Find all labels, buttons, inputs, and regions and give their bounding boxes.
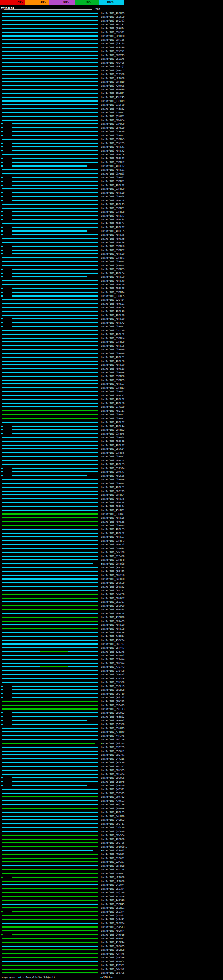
hit-bar[interactable] <box>2 527 100 531</box>
hit-bar[interactable] <box>2 99 100 103</box>
hit-label[interactable]: UniRef100_C3RNF1 <box>101 207 124 210</box>
hit-label[interactable]: UniRef100_Q9N577 <box>101 471 124 474</box>
hit-label[interactable]: UniRef100_Q6CCB0 <box>101 761 124 764</box>
hit-bar[interactable] <box>2 88 100 91</box>
hit-label[interactable]: UniRef100_A2QD36 <box>101 838 124 841</box>
hit-bar[interactable] <box>2 963 100 967</box>
hit-bar[interactable] <box>2 711 100 715</box>
hit-label[interactable]: UniRef100_A0FLB8 <box>101 520 124 523</box>
hit-label[interactable]: UniRef100_Q4J9A4 <box>101 884 124 886</box>
hit-bar[interactable] <box>2 910 100 913</box>
hit-bar[interactable] <box>2 845 100 849</box>
hit-label[interactable]: UniRef100_A0FL97 <box>101 444 124 447</box>
hit-label[interactable]: UniRef100_A0FL96 <box>101 241 124 244</box>
hit-label[interactable]: UniRef100_B6Q726 <box>101 803 124 806</box>
hit-label[interactable]: UniRef100_Q33B19 <box>101 100 124 103</box>
hit-bar[interactable] <box>2 760 100 764</box>
hit-label[interactable]: UniRef100_B2B2H8 <box>101 651 124 653</box>
hit-bar[interactable] <box>2 118 100 122</box>
hit-bar[interactable] <box>2 853 100 856</box>
hit-label[interactable]: UniRef100_Q9XW31 <box>101 115 124 118</box>
hit-label[interactable]: UniRef100_A0FLB9 <box>101 364 124 366</box>
hit-label[interactable]: UniRef100_A0FLE5 <box>101 345 124 347</box>
hit-label[interactable]: UniRef100_A7NWF7 <box>101 111 124 114</box>
hit-label[interactable]: UniRef100_A5QS35 <box>101 474 124 477</box>
hit-label[interactable]: UniRef100_A0FLC6 <box>101 153 124 156</box>
hit-bar[interactable] <box>2 393 100 397</box>
hit-label[interactable]: UniRef100_A0FLC9 <box>101 276 124 278</box>
hit-bar[interactable] <box>2 738 100 741</box>
hit-label[interactable]: UniRef100_C3RNH0 <box>101 348 124 351</box>
hit-label[interactable]: UniRef100_A6SBG2 <box>101 716 124 718</box>
hit-label[interactable]: UniRef100_C3RNN1 <box>101 513 124 515</box>
hit-label[interactable]: UniRef100_C3RNG4 <box>101 436 124 439</box>
hit-bar[interactable] <box>2 868 100 872</box>
hit-label[interactable]: UniRef100_A0FLN8 <box>101 501 124 504</box>
hit-bar[interactable] <box>2 111 100 115</box>
hit-bar[interactable] <box>2 359 100 363</box>
hit-label[interactable]: UniRef100_Q5J3R4 <box>101 910 124 913</box>
hit-bar[interactable] <box>2 734 100 738</box>
hit-label[interactable]: UniRef100_C3RNH5 <box>101 452 124 454</box>
hit-bar[interactable] <box>2 240 100 244</box>
hit-bar[interactable] <box>2 780 100 784</box>
hit-bar[interactable] <box>2 929 100 933</box>
hit-label[interactable]: UniRef100_C3RNF3 <box>101 539 124 542</box>
hit-label[interactable]: UniRef100_B0D7W1 <box>101 754 124 756</box>
hit-bar[interactable] <box>2 650 100 654</box>
hit-bar[interactable] <box>2 680 100 684</box>
hit-label[interactable]: UniRef100_A0FLD8 <box>101 199 124 202</box>
hit-label[interactable]: UniRef100_I5QJ23 <box>101 19 124 22</box>
hit-label[interactable]: UniRef100_Q9KSR1 <box>101 31 124 34</box>
hit-bar[interactable] <box>2 390 100 393</box>
hit-bar[interactable] <box>2 611 100 615</box>
hit-label[interactable]: UniRef100_A7E7R3 <box>101 666 124 668</box>
hit-label[interactable]: UniRef100_A0FLB5 <box>101 811 124 814</box>
hit-label[interactable]: UniRef100_A0FLE6 <box>101 631 124 634</box>
hit-label[interactable]: UniRef100_A4RJA6 <box>101 735 124 737</box>
hit-label[interactable]: UniRef100_A0FL94 <box>101 505 124 508</box>
hit-label[interactable]: UniRef100_Q8RVT3 <box>101 54 124 57</box>
hit-label[interactable]: UniRef100_B8NDC4 <box>101 960 124 963</box>
hit-bar[interactable] <box>2 80 100 84</box>
hit-bar[interactable] <box>2 286 100 290</box>
hit-label[interactable]: UniRef100_B2W5P4 <box>101 834 124 837</box>
hit-label[interactable]: UniRef100_Q14A60 <box>101 406 124 409</box>
hit-label[interactable]: UniRef100_Q5CPE9 <box>101 830 124 833</box>
hit-bar[interactable] <box>2 168 100 172</box>
hit-label[interactable]: UniRef100_C5GT19 <box>101 692 124 695</box>
hit-bar[interactable] <box>2 195 100 199</box>
hit-bar[interactable] <box>2 615 100 619</box>
hit-label[interactable]: UniRef100_B0EBS8 <box>101 689 124 692</box>
hit-label[interactable]: UniRef100_B6HBD8 <box>101 865 124 867</box>
hit-label[interactable]: UniRef100_C3RNF5 <box>101 524 124 527</box>
hit-bar[interactable] <box>2 654 100 657</box>
hit-label[interactable]: UniRef100_Q6BJ15 <box>101 566 124 569</box>
hit-bar[interactable] <box>2 745 100 749</box>
hit-bar[interactable] <box>2 726 100 730</box>
hit-bar[interactable] <box>2 516 100 520</box>
hit-bar[interactable] <box>2 959 100 963</box>
hit-bar[interactable] <box>2 130 100 134</box>
hit-bar[interactable] <box>2 566 100 570</box>
hit-bar[interactable] <box>2 971 100 975</box>
hit-label[interactable]: UniRef100_B4QN50 <box>101 578 124 581</box>
hit-bar[interactable] <box>2 352 100 355</box>
hit-label[interactable]: UniRef100_A0FL92 <box>101 184 124 187</box>
hit-bar[interactable] <box>2 122 100 126</box>
hit-bar[interactable] <box>2 126 100 130</box>
hit-label[interactable]: UniRef100_Q0CQZ5 <box>101 945 124 948</box>
hit-label[interactable]: UniRef100_A0FLB6 <box>101 440 124 443</box>
hit-label[interactable]: UniRef100_A0FL42 <box>101 150 124 152</box>
hit-label[interactable]: UniRef100_Q9P4R9 <box>101 704 124 707</box>
hit-label[interactable]: UniRef100_B6KBS7 <box>101 597 124 600</box>
hit-bar[interactable] <box>2 554 100 558</box>
hit-label[interactable]: UniRef100_C3RNE5 <box>101 295 124 298</box>
hit-label[interactable]: UniRef100_B6QHS8 <box>101 949 124 951</box>
hit-bar[interactable] <box>2 550 100 554</box>
hit-label[interactable]: UniRef100_C3RNE4 <box>101 260 124 263</box>
hit-label[interactable]: UniRef100_C4YJQ8 <box>101 551 124 554</box>
hit-label[interactable]: UniRef100_B8M9T2 <box>101 937 124 940</box>
hit-label[interactable]: UniRef100_Q8W0C4 <box>101 119 124 122</box>
hit-label[interactable]: UniRef100_Q754C8 <box>101 670 124 672</box>
